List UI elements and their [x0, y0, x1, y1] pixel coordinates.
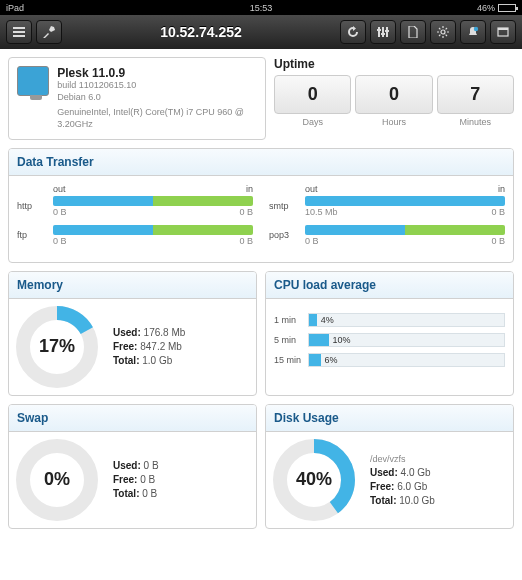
list-button[interactable]: [6, 20, 32, 44]
uptime-days: 0: [274, 75, 351, 114]
disk-donut-chart: 40%: [270, 436, 358, 524]
distro-label: Debian 6.0: [57, 92, 257, 104]
sliders-button[interactable]: [370, 20, 396, 44]
data-transfer-title: Data Transfer: [9, 149, 513, 176]
product-name: Plesk 11.0.9: [57, 66, 257, 80]
refresh-button[interactable]: [340, 20, 366, 44]
cpu-row: 5 min10%: [274, 333, 505, 347]
swap-donut-chart: 0%: [13, 436, 101, 524]
cpu-label: GenuineIntel, Intel(R) Core(TM) i7 CPU 9…: [57, 107, 257, 130]
cpu-row: 15 min6%: [274, 353, 505, 367]
uptime-panel: Uptime 0Days 0Hours 7Minutes: [274, 57, 514, 140]
svg-rect-3: [378, 27, 380, 37]
svg-rect-6: [377, 29, 381, 31]
tools-button[interactable]: [36, 20, 62, 44]
cpu-panel: CPU load average 1 min4%5 min10%15 min6%: [265, 271, 514, 396]
disk-path: /dev/vzfs: [370, 454, 435, 464]
data-transfer-panel: Data Transfer outinhttp0 B0 Bftp0 B0 Bou…: [8, 148, 514, 263]
svg-point-9: [441, 30, 445, 34]
svg-rect-4: [382, 27, 384, 37]
svg-rect-1: [13, 31, 25, 33]
system-info-panel: Plesk 11.0.9 build 110120615.10 Debian 6…: [8, 57, 266, 140]
cpu-row: 1 min4%: [274, 313, 505, 327]
transfer-row-http: http0 B0 B: [17, 196, 253, 217]
disk-panel: Disk Usage 40% /dev/vzfs Used: 4.0 Gb Fr…: [265, 404, 514, 529]
monitor-icon: [17, 66, 49, 96]
transfer-row-smtp: smtp10.5 Mb0 B: [269, 196, 505, 217]
svg-rect-7: [381, 33, 385, 35]
battery-icon: [498, 4, 516, 12]
swap-panel: Swap 0% Used: 0 B Free: 0 B Total: 0 B: [8, 404, 257, 529]
memory-panel: Memory 17% Used: 176.8 Mb Free: 847.2 Mb…: [8, 271, 257, 396]
svg-rect-2: [13, 35, 25, 37]
transfer-row-pop3: pop30 B0 B: [269, 225, 505, 246]
uptime-title: Uptime: [274, 57, 514, 71]
status-bar: iPad 15:53 46%: [0, 0, 522, 15]
uptime-minutes: 7: [437, 75, 514, 114]
page-title: 10.52.74.252: [66, 24, 336, 40]
svg-rect-12: [498, 28, 508, 30]
build-label: build 110120615.10: [57, 80, 257, 92]
transfer-row-ftp: ftp0 B0 B: [17, 225, 253, 246]
window-button[interactable]: [490, 20, 516, 44]
settings-button[interactable]: [430, 20, 456, 44]
uptime-hours: 0: [355, 75, 432, 114]
navbar: 10.52.74.252: [0, 15, 522, 49]
content: Plesk 11.0.9 build 110120615.10 Debian 6…: [0, 49, 522, 545]
document-button[interactable]: [400, 20, 426, 44]
clock: 15:53: [66, 3, 456, 13]
svg-rect-0: [13, 27, 25, 29]
battery-pct: 46%: [477, 3, 495, 13]
device-label: iPad: [6, 3, 66, 13]
notifications-button[interactable]: [460, 20, 486, 44]
svg-point-10: [474, 27, 478, 31]
svg-rect-8: [385, 30, 389, 32]
memory-donut-chart: 17%: [13, 303, 101, 391]
